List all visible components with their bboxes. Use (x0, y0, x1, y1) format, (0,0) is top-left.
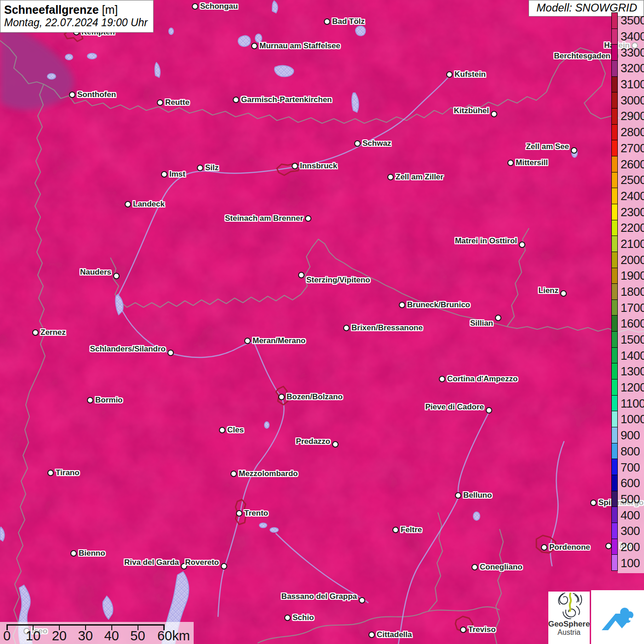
colorbar-tick-label: 2700 (621, 142, 644, 154)
title-unit: [m] (102, 3, 118, 16)
city-label: Bassano del Grappa (282, 592, 357, 602)
city-label: Cittadella (377, 630, 412, 640)
colorbar-tick-label: 3000 (621, 94, 644, 106)
city-dot (571, 147, 577, 154)
city-dot (167, 350, 174, 356)
city-label: Berchtesgaden (554, 51, 610, 61)
city-dot (298, 272, 305, 278)
city-dot (233, 97, 239, 103)
scalebar-label: 10 (26, 628, 40, 643)
city-dot (221, 563, 227, 569)
city-dot (387, 174, 394, 180)
colorbar-tick-label: 400 (621, 509, 640, 521)
city-label: Sillian (470, 318, 493, 328)
city-dot (541, 544, 547, 551)
colorbar-cell (612, 316, 617, 332)
weather-map: SchongauBad TölzKemptenMurnau am Staffel… (0, 0, 644, 644)
city-dot (460, 627, 466, 633)
colorbar-labels: 3500340033003200310030002900280027002600… (620, 12, 644, 571)
city-dot (472, 564, 478, 570)
colorbar-cell (612, 140, 617, 156)
city-label: Schio (293, 613, 314, 623)
title-text: Schneefallgrenze (4, 3, 99, 16)
city-label: Schwaz (362, 138, 391, 149)
city-dot (236, 510, 242, 517)
city-dot (161, 171, 167, 178)
city-label: Kufstein (454, 69, 486, 80)
city-dot (251, 43, 258, 49)
colorbar-cell (612, 427, 617, 443)
colorbar-tick-label: 1100 (621, 397, 644, 409)
city-dot (32, 329, 39, 336)
city-label: Pordenone (549, 542, 590, 552)
title-box: Schneefallgrenze [m] Montag, 22.07.2024 … (0, 0, 154, 33)
city-dot (399, 302, 405, 308)
city-label: Schlanders/Silandro (90, 344, 166, 354)
colorbar-cell (612, 411, 617, 427)
city-dot (244, 338, 251, 344)
city-dot (446, 71, 453, 78)
colorbar-cell (612, 156, 617, 172)
page-title: Schneefallgrenze [m] (4, 3, 148, 17)
city-dot (491, 111, 497, 117)
city-label: Schongau (200, 1, 238, 12)
city-label: Bad Tölz (332, 17, 365, 27)
colorbar-cell (612, 268, 617, 284)
city-dot (157, 99, 163, 106)
city-label: Conegliano (480, 562, 523, 572)
colorbar-cell (612, 539, 617, 555)
city-label: Kitzbühel (454, 106, 489, 116)
geosphere-logo-box: GeoSphere Austria (548, 592, 590, 644)
colorbar (611, 12, 618, 571)
colorbar-tick-label: 300 (621, 525, 640, 537)
colorbar-cell (612, 13, 617, 29)
colorbar-tick-label: 1200 (621, 381, 644, 393)
colorbar-cell (612, 172, 617, 189)
city-dot (359, 597, 365, 604)
colorbar-cell (612, 61, 617, 77)
colorbar-cell (612, 348, 617, 364)
scalebar-label: 30 (78, 628, 93, 643)
city-dot (192, 3, 198, 10)
colorbar-cell (612, 252, 617, 268)
colorbar-cell (612, 29, 617, 45)
city-dot (343, 325, 350, 331)
colorbar-tick-label: 2300 (621, 206, 644, 218)
colorbar-tick-label: 3100 (621, 78, 644, 90)
city-dot (284, 615, 291, 621)
colorbar-cell (612, 300, 617, 316)
city-label: Bienno (79, 548, 105, 558)
colorbar-tick-label: 900 (621, 429, 640, 441)
city-label: Treviso (468, 625, 496, 635)
city-label: Predazzo (296, 437, 330, 447)
city-label: Mittersill (516, 158, 548, 168)
geosphere-logo-icon (555, 592, 583, 619)
city-dot (368, 632, 375, 638)
city-dot (486, 407, 492, 414)
city-label: Nauders (80, 267, 111, 277)
city-layer: SchongauBad TölzKemptenMurnau am Staffel… (0, 0, 644, 644)
city-label: Zernez (40, 328, 66, 338)
colorbar-cell (612, 507, 617, 523)
colorbar-cell (612, 443, 617, 460)
city-dot (560, 290, 567, 297)
colorbar-tick-label: 3300 (621, 46, 644, 58)
colorbar-cell (612, 109, 617, 125)
city-label: Trento (244, 508, 268, 518)
colorbar-tick-label: 3500 (621, 14, 644, 26)
city-dot (590, 500, 597, 506)
city-dot (292, 163, 298, 169)
city-label: Mezzolombardo (239, 469, 298, 479)
colorbar-tick-label: 2400 (621, 190, 644, 202)
colorbar-tick-label: 2800 (621, 126, 644, 138)
city-dot (305, 215, 311, 222)
timestamp: Montag, 22.07.2024 19:00 Uhr (4, 17, 148, 29)
colorbar-tick-label: 1800 (621, 286, 644, 298)
city-dot (455, 492, 461, 499)
city-dot (113, 273, 120, 279)
colorbar-tick-label: 2500 (621, 174, 644, 186)
colorbar-cell (612, 555, 617, 570)
city-dot (519, 242, 525, 248)
mountain-snow-logo-icon (598, 600, 638, 635)
colorbar-tick-label: 1000 (621, 413, 644, 425)
